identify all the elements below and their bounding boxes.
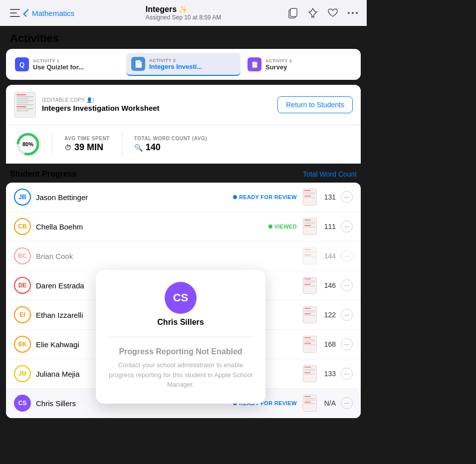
progress-reporting-popup: CS Chris Sillers Progress Reporting Not … xyxy=(96,270,265,404)
word-count-value: 🔍 140 xyxy=(134,142,207,153)
word-count-label: TOTAL WORD COUNT (AVG) xyxy=(134,136,207,141)
activities-header: Activities xyxy=(0,26,367,49)
tab-3-number: ACTIVITY 3 xyxy=(265,58,292,63)
more-options-button[interactable]: ··· xyxy=(341,221,353,232)
sparkle-icon: ✨ xyxy=(179,5,187,13)
back-button[interactable]: Mathematics xyxy=(25,9,74,17)
stats-divider xyxy=(52,132,52,156)
avatar: CB xyxy=(14,218,31,235)
sidebar-toggle-button[interactable] xyxy=(8,6,22,20)
tab-1-label: Use Quizlet for... xyxy=(33,63,84,71)
word-count: 131 xyxy=(322,193,336,201)
progress-circle-container: 80% xyxy=(16,132,40,156)
avg-time-stat: AVG TIME SPENT ⏱ 39 MIN xyxy=(64,136,110,153)
progress-percent-label: 80% xyxy=(22,141,33,147)
word-count: 133 xyxy=(322,370,336,378)
return-to-students-button[interactable]: Return to Students xyxy=(277,96,353,113)
more-options-button[interactable]: ··· xyxy=(341,338,353,350)
word-count: 111 xyxy=(322,223,336,231)
avatar: JM xyxy=(14,365,31,382)
document-thumbnail xyxy=(303,277,317,294)
document-thumbnail xyxy=(303,336,317,353)
more-options-button[interactable]: ··· xyxy=(341,368,353,380)
document-thumbnail xyxy=(303,306,317,323)
heart-icon[interactable] xyxy=(327,7,339,19)
popup-divider xyxy=(108,337,253,337)
status-dot xyxy=(268,225,272,229)
popup-student-name: Chris Sillers xyxy=(157,318,204,327)
stats-row: 80% AVG TIME SPENT ⏱ 39 MIN TOTAL WORD C… xyxy=(6,125,361,164)
activity-tabs: Q ACTIVITY 1 Use Quizlet for... 📄 ACTIVI… xyxy=(6,49,361,80)
popup-description: Contact your school administrator to ena… xyxy=(108,360,253,390)
student-progress-title: Student Progress xyxy=(10,170,76,179)
more-icon[interactable] xyxy=(347,7,359,19)
svg-point-7 xyxy=(356,12,358,14)
tab-activity-2[interactable]: 📄 ACTIVITY 2 Integers Investi... xyxy=(126,53,240,76)
word-count: 122 xyxy=(322,311,336,319)
status-badge: VIEWED xyxy=(268,224,297,230)
svg-rect-4 xyxy=(290,8,297,16)
status-dot xyxy=(233,195,237,199)
tab-activity-3[interactable]: 📋 ACTIVITY 3 Survey xyxy=(242,53,357,76)
tab-activity-1[interactable]: Q ACTIVITY 1 Use Quizlet for... xyxy=(10,53,124,76)
worksheet-thumbnail xyxy=(14,92,36,118)
avatar: EK xyxy=(14,336,31,353)
more-options-button[interactable]: ··· xyxy=(341,309,353,321)
word-count: 168 xyxy=(322,340,336,348)
student-progress-header: Student Progress Total Word Count xyxy=(0,164,367,183)
stats-divider-2 xyxy=(122,132,122,156)
avatar: BC xyxy=(14,247,31,264)
scrollable-content: (EDITABLE COPY 👤) Integers Investigation… xyxy=(0,80,367,464)
top-bar: Mathematics Integers ✨ Assigned Sep 10 a… xyxy=(0,0,367,26)
svg-point-5 xyxy=(348,12,350,14)
student-name: Jason Bettinger xyxy=(36,193,233,202)
more-options-button[interactable]: ··· xyxy=(341,397,353,409)
document-thumbnail xyxy=(303,189,317,206)
student-row: BC Brian Cook 144 ··· xyxy=(6,241,361,271)
avatar: DE xyxy=(14,277,31,294)
status-badge: READY FOR REVIEW xyxy=(233,194,297,200)
page-title: Integers ✨ xyxy=(146,5,221,14)
clock-icon: ⏱ xyxy=(64,144,71,152)
more-options-button[interactable]: ··· xyxy=(341,191,353,203)
avg-time-label: AVG TIME SPENT xyxy=(64,136,110,141)
avatar: EI xyxy=(14,306,31,323)
student-row: JB Jason Bettinger READY FOR REVIEW 131 … xyxy=(6,183,361,212)
avg-time-value: ⏱ 39 MIN xyxy=(64,142,110,153)
avatar: CS xyxy=(14,395,31,412)
svg-rect-0 xyxy=(10,9,20,10)
editable-copy-label: (EDITABLE COPY 👤) xyxy=(42,97,271,103)
main-panel: Mathematics Integers ✨ Assigned Sep 10 a… xyxy=(0,0,367,464)
doc-icon: 📄 xyxy=(131,57,145,71)
top-bar-center: Integers ✨ Assigned Sep 10 at 8:59 AM xyxy=(146,5,221,21)
more-options-button[interactable]: ··· xyxy=(341,279,353,291)
right-panel xyxy=(367,0,476,464)
document-thumbnail xyxy=(303,218,317,235)
word-icon: 🔍 xyxy=(134,144,143,152)
svg-rect-2 xyxy=(10,16,20,17)
student-row: CB Chella Boehm VIEWED 111 ··· xyxy=(6,212,361,241)
tab-2-number: ACTIVITY 2 xyxy=(149,58,202,63)
page-subtitle: Assigned Sep 10 at 8:59 AM xyxy=(146,14,221,21)
more-options-button[interactable]: ··· xyxy=(341,250,353,262)
copy-icon[interactable] xyxy=(287,7,299,19)
document-thumbnail xyxy=(303,365,317,382)
tab-3-label: Survey xyxy=(265,63,292,71)
word-count: 144 xyxy=(322,252,336,260)
worksheet-info: (EDITABLE COPY 👤) Integers Investigation… xyxy=(42,97,271,112)
svg-point-6 xyxy=(352,12,354,14)
pin-icon[interactable] xyxy=(307,7,319,19)
document-thumbnail xyxy=(303,247,317,264)
tab-2-label: Integers Investi... xyxy=(149,63,202,70)
quizlet-icon: Q xyxy=(15,57,29,71)
document-thumbnail xyxy=(303,395,317,412)
total-word-count-link[interactable]: Total Word Count xyxy=(303,170,357,178)
student-name: Brian Cook xyxy=(36,252,170,260)
avatar: JB xyxy=(14,189,31,206)
back-label: Mathematics xyxy=(32,9,74,17)
word-count: 146 xyxy=(322,281,336,289)
word-count: N/A xyxy=(322,399,336,407)
progress-circle: 80% xyxy=(16,132,40,156)
survey-icon: 📋 xyxy=(247,57,261,71)
tab-1-number: ACTIVITY 1 xyxy=(33,58,84,63)
